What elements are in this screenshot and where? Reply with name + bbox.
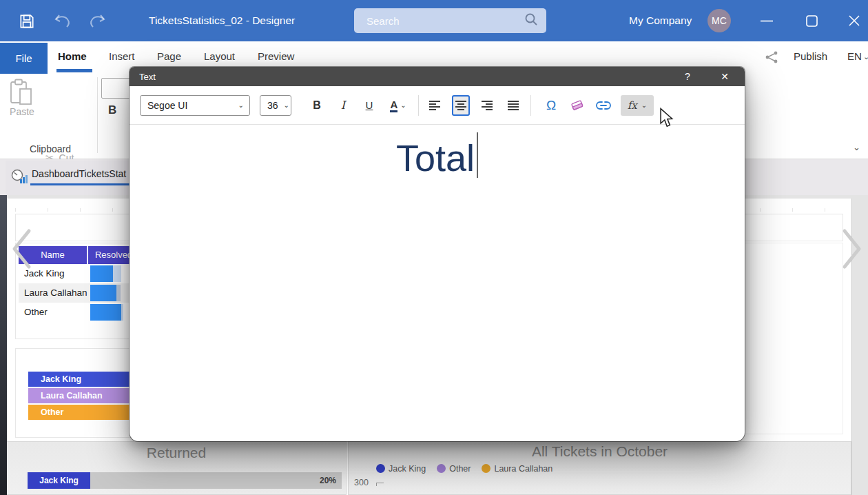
chevron-down-icon: ⌄ <box>233 101 244 109</box>
symbol-button[interactable]: Ω <box>542 95 560 116</box>
group-separator <box>97 77 98 153</box>
progress-value: 20% <box>320 472 336 489</box>
data-bar <box>90 285 116 301</box>
editor-text[interactable]: Total <box>396 133 475 183</box>
data-bar-light <box>113 265 121 282</box>
legend-label: Jack King <box>389 464 426 474</box>
paste-icon[interactable] <box>8 79 36 105</box>
undo-icon[interactable] <box>54 14 72 32</box>
share-icon[interactable] <box>765 50 778 67</box>
y-axis-label: 300 <box>354 478 369 487</box>
legend-dot <box>437 464 446 473</box>
link-button[interactable] <box>595 95 612 116</box>
paste-button[interactable]: Paste <box>8 106 36 117</box>
align-right-button[interactable] <box>478 95 496 116</box>
legend-dot <box>376 464 385 473</box>
redo-icon[interactable] <box>88 14 106 32</box>
legend-label: Laura Callahan <box>494 464 552 474</box>
legend-item[interactable]: Jack King <box>376 464 426 474</box>
data-bar <box>90 265 113 282</box>
chart-legend: Jack King Other Laura Callahan <box>376 464 552 474</box>
chevron-down-icon[interactable]: ⌄ <box>863 52 868 61</box>
search-icon[interactable] <box>524 12 538 29</box>
progress-bar-segment: Jack King <box>28 472 90 489</box>
publish-button[interactable]: Publish <box>794 41 827 72</box>
panel-title: All Tickets in October <box>349 443 851 460</box>
active-tab-underline <box>56 69 92 72</box>
minimize-button[interactable] <box>753 0 781 41</box>
font-family-select[interactable]: Segoe UI ⌄ <box>140 95 250 116</box>
dashboard-icon <box>11 168 28 188</box>
document-tab-label: DashboardTicketsStat <box>32 168 126 179</box>
carousel-right-button[interactable] <box>839 228 864 270</box>
account-name[interactable]: My Company <box>629 0 692 41</box>
font-size-select[interactable]: 36 ⌄ <box>260 95 291 116</box>
data-bar-light <box>116 285 121 301</box>
window-title: TicketsStatistics_02 - Designer <box>149 0 295 41</box>
text-cursor <box>477 132 478 178</box>
bold-button-ribbon[interactable]: B <box>108 103 116 117</box>
eraser-button[interactable] <box>568 95 586 116</box>
table-cell-name: Laura Callahan <box>24 283 87 303</box>
align-center-button[interactable] <box>452 95 470 116</box>
fx-glyph: fx <box>628 99 637 112</box>
legend-item[interactable]: Other <box>437 464 471 474</box>
mouse-cursor <box>659 108 674 131</box>
data-bar-light <box>121 304 123 321</box>
text-editor-area[interactable]: Total <box>130 125 745 441</box>
axis-tick <box>376 483 383 486</box>
chevron-down-icon: ⌄ <box>278 101 289 109</box>
dialog-titlebar[interactable]: Text ? ✕ <box>130 67 745 86</box>
canvas-left-edge <box>0 195 7 495</box>
font-size-value: 36 <box>267 100 278 111</box>
fx-button[interactable]: fx ⌄ <box>621 95 654 116</box>
chevron-down-icon: ⌄ <box>641 101 647 109</box>
maximize-button[interactable] <box>798 0 825 41</box>
data-bar <box>90 304 121 321</box>
font-color-glyph: A <box>390 99 397 112</box>
language-selector[interactable]: EN <box>847 41 862 72</box>
panel-october[interactable]: All Tickets in October Jack King Other L… <box>348 441 851 495</box>
dialog-close-button[interactable]: ✕ <box>714 71 735 82</box>
search-box[interactable] <box>354 8 546 33</box>
legend-label: Other <box>449 464 471 474</box>
underline-button[interactable]: U <box>360 95 378 116</box>
justify-button[interactable] <box>504 95 522 116</box>
legend-item[interactable]: Laura Callahan <box>482 464 552 474</box>
bold-button[interactable]: B <box>308 95 326 116</box>
carousel-left-button[interactable] <box>10 228 34 270</box>
avatar[interactable]: MC <box>707 9 731 32</box>
panel-title: Returned <box>7 445 346 461</box>
save-icon[interactable] <box>18 12 36 30</box>
title-bar: TicketsStatistics_02 - Designer My Compa… <box>0 0 868 41</box>
italic-button[interactable]: I <box>334 95 352 116</box>
dialog-toolbar: Segoe UI ⌄ 36 ⌄ B I U A ⌄ Ω <box>130 86 745 125</box>
close-button[interactable] <box>840 0 868 41</box>
table-cell-name: Other <box>24 303 48 322</box>
ribbon-collapse-icon[interactable]: ⌄ <box>853 142 860 152</box>
tab-home[interactable]: Home <box>58 41 87 72</box>
panel-returned[interactable]: Returned Jack King 20% <box>7 441 347 495</box>
tab-file[interactable]: File <box>0 43 48 74</box>
clipboard-group-label: Clipboard <box>19 143 81 154</box>
font-family-value: Segoe UI <box>147 100 187 111</box>
legend-dot <box>482 464 490 473</box>
font-color-button[interactable]: A ⌄ <box>385 95 411 116</box>
progress-track: Jack King <box>28 472 342 489</box>
dialog-title: Text <box>139 72 156 82</box>
text-dialog: Text ? ✕ Segoe UI ⌄ 36 ⌄ B I U A ⌄ <box>130 67 745 441</box>
help-button[interactable]: ? <box>677 71 698 82</box>
chevron-down-icon: ⌄ <box>400 101 406 109</box>
align-left-button[interactable] <box>426 95 444 116</box>
search-input[interactable] <box>366 15 524 27</box>
